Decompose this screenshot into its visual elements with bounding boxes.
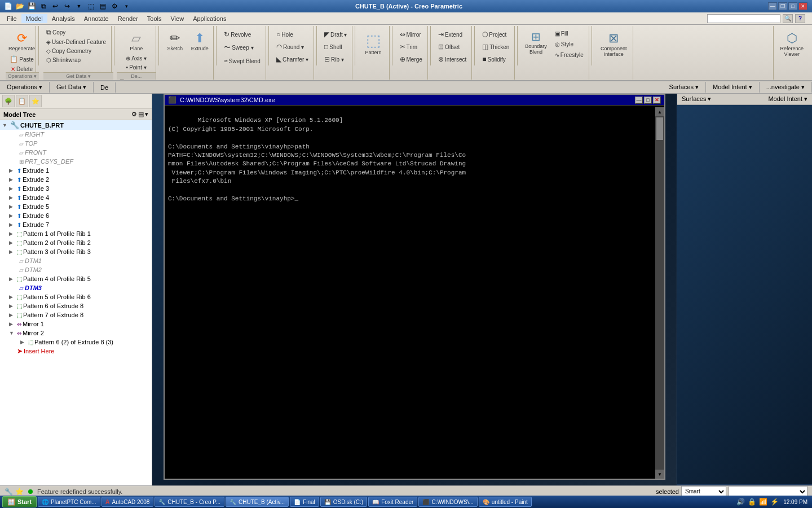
menu-tools[interactable]: Tools [143,14,166,23]
qa-new-btn[interactable]: 📄 [2,1,14,11]
tree-mirror-1[interactable]: ▶ ⇔ Mirror 1 [0,319,152,329]
tree-right[interactable]: ▱ RIGHT [0,130,152,139]
trim-btn[interactable]: ✂Trim [397,42,425,52]
tree-pattern-2[interactable]: ▶ ⬚ Pattern 2 of Profile Rib 2 [0,238,152,247]
cmd-scrollbar[interactable]: ▲ ▼ [655,107,664,479]
copy-geometry-btn[interactable]: ◇Copy Geometry [43,47,94,55]
project-btn[interactable]: ⬡Project [479,29,512,40]
system-clock[interactable]: 12:09 PM [781,499,810,505]
sweep-btn[interactable]: 〜Sweep ▾ [221,42,263,54]
qa-dropdown-btn[interactable]: ▾ [121,1,132,11]
shrinkwrap-btn[interactable]: ⬡Shrinkwrap [43,56,83,64]
qa-open-btn[interactable]: 📂 [14,1,25,11]
search-btn[interactable]: 🔍 [783,14,793,23]
mirror-btn[interactable]: ⇔Mirror [397,29,425,40]
tree-view-btn[interactable]: ▤ [138,111,144,118]
tree-pattern-1[interactable]: ▶ ⬚ Pattern 1 of Profile Rib 1 [0,229,152,238]
section-get-data[interactable]: Get Data ▾ [50,82,94,93]
status-icon-1[interactable]: 🔧 [5,488,13,496]
copy-btn[interactable]: ⧉Copy [43,27,68,37]
search-input[interactable] [707,14,780,23]
tree-extrude-1[interactable]: ▶ ⬆ Extrude 1 [0,166,152,175]
qa-savecopy-btn[interactable]: ⧉ [38,1,49,11]
tray-icon-2[interactable]: 🔒 [747,497,756,506]
tree-extrude-6[interactable]: ▶ ⬆ Extrude 6 [0,211,152,220]
menu-view[interactable]: View [166,14,188,23]
tree-pattern-6-2[interactable]: ▶ ⬚ Pattern 6 (2) of Extrude 8 (3) [0,338,152,347]
revolve-btn[interactable]: ↻Revolve [221,29,263,40]
section-surfaces[interactable]: Surfaces ▾ [663,82,706,93]
cmd-restore-btn[interactable]: □ [644,97,652,104]
tree-more-btn[interactable]: ▾ [145,111,148,118]
menu-applications[interactable]: Applications [188,14,231,23]
tree-dtm3[interactable]: ▱ DTM3 [0,283,152,292]
tray-icon-4[interactable]: ⚡ [770,497,779,506]
section-investigate[interactable]: ...nvestigate ▾ [760,82,812,93]
chamfer-btn[interactable]: ◣Chamfer ▾ [273,54,311,64]
boundary-blend-btn[interactable]: ⊞ BoundaryBlend [522,27,550,56]
help-btn[interactable]: ? [795,14,805,23]
tree-icon-3[interactable]: ⭐ [29,95,42,107]
regenerate-btn[interactable]: ⟳ Regenerate [6,29,38,53]
close-btn[interactable]: ✕ [798,2,807,10]
qa-more-btn[interactable]: ▼ [73,1,85,11]
solidify-btn[interactable]: ■Solidify [479,54,512,64]
tree-mirror-2[interactable]: ▼ ⇔ Mirror 2 [0,329,152,338]
tree-insert-here[interactable]: ➤ Insert Here [0,347,152,356]
menu-model[interactable]: Model [21,14,47,23]
tree-pattern-7[interactable]: ▶ ⬚ Pattern 7 of Extrude 8 [0,310,152,319]
taskbar-item-autocad[interactable]: AAutoCAD 2008 [102,497,154,507]
taskbar-item-paint[interactable]: 🎨untitled - Paint [479,497,532,507]
hole-btn[interactable]: ○Hole [273,29,311,40]
tree-pattern-3[interactable]: ▶ ⬚ Pattern 3 of Profile Rib 3 [0,247,152,256]
user-defined-feature-btn[interactable]: ◈User-Defined Feature [43,38,109,46]
merge-btn[interactable]: ⊕Merge [397,54,425,64]
paste-btn[interactable]: 📋Paste [7,54,37,64]
fill-btn[interactable]: ▣Fill [552,29,586,38]
restore-btn[interactable]: ❐ [778,2,787,10]
freestyle-btn[interactable]: ∿Freestyle [552,51,586,59]
tree-icon-1[interactable]: 🌳 [2,95,15,107]
tree-extrude-2[interactable]: ▶ ⬆ Extrude 2 [0,175,152,184]
sketch-btn[interactable]: ✏ Sketch [164,27,186,78]
tree-expand-root[interactable]: ▼ [2,122,9,128]
taskbar-item-cmd[interactable]: ⬛C:\WINDOWS\... [418,497,477,507]
taskbar-item-final[interactable]: 📄Final [290,497,319,507]
cmd-minimize-btn[interactable]: — [635,97,643,104]
surfaces-tab[interactable]: Surfaces ▾ [682,95,711,103]
shell-btn[interactable]: □Shell [321,42,350,52]
extrude-btn[interactable]: ⬆ Extrude [188,27,211,78]
tree-front[interactable]: ▱ FRONT [0,148,152,157]
taskbar-item-osdisk[interactable]: 💾OSDisk (C:) [320,497,367,507]
tree-root[interactable]: ▼ 🔧 CHUTE_B.PRT [0,120,152,130]
qa-sheet-btn[interactable]: ▤ [97,1,108,11]
model-intent-tab[interactable]: Model Intent ▾ [768,95,807,103]
taskbar-item-chute-creo[interactable]: 🔧CHUTE_B - Creo P... [155,497,224,507]
menu-file[interactable]: File [2,14,21,23]
tree-pattern-5[interactable]: ▶ ⬚ Pattern 5 of Profile Rib 6 [0,292,152,301]
taskbar-item-chute-active[interactable]: 🔧CHUTE_B (Activ... [226,497,289,507]
qa-config-btn[interactable]: ⚙ [109,1,120,11]
component-interface-btn[interactable]: ⊠ ComponentInterface [598,27,630,59]
tree-dtm2[interactable]: ▱ DTM2 [0,265,152,274]
axis-btn[interactable]: ⊕Axis ▾ [123,54,149,63]
cmd-close-btn[interactable]: ✕ [653,97,661,104]
tree-extrude-4[interactable]: ▶ ⬆ Extrude 4 [0,193,152,202]
tree-settings-btn[interactable]: ⚙ [131,111,137,118]
tree-icon-2[interactable]: 📋 [16,95,28,107]
qa-redo-btn[interactable]: ↪ [61,1,73,11]
plane-btn[interactable]: ▱ Plane [127,29,145,53]
style-btn[interactable]: ◎Style [552,40,586,49]
cmd-scroll-down[interactable]: ▼ [655,470,664,479]
cmd-scroll-up[interactable]: ▲ [655,107,664,116]
round-btn[interactable]: ◠Round ▾ [273,42,311,52]
tree-pattern-6[interactable]: ▶ ⬚ Pattern 6 of Extrude 8 [0,301,152,310]
tray-icon-3[interactable]: 📶 [758,497,767,506]
tree-pattern-4[interactable]: ▶ ⬚ Pattern 4 of Profile Rib 5 [0,274,152,283]
minimize-btn[interactable]: — [768,2,777,10]
intersect-btn[interactable]: ⊗Intersect [435,54,469,64]
menu-annotate[interactable]: Annotate [80,14,113,23]
qa-extras-btn[interactable]: ⬚ [85,1,96,11]
taskbar-item-foxit[interactable]: 📖Foxit Reader [368,497,417,507]
reference-viewer-btn[interactable]: ⬡ ReferenceViewer [777,27,806,59]
